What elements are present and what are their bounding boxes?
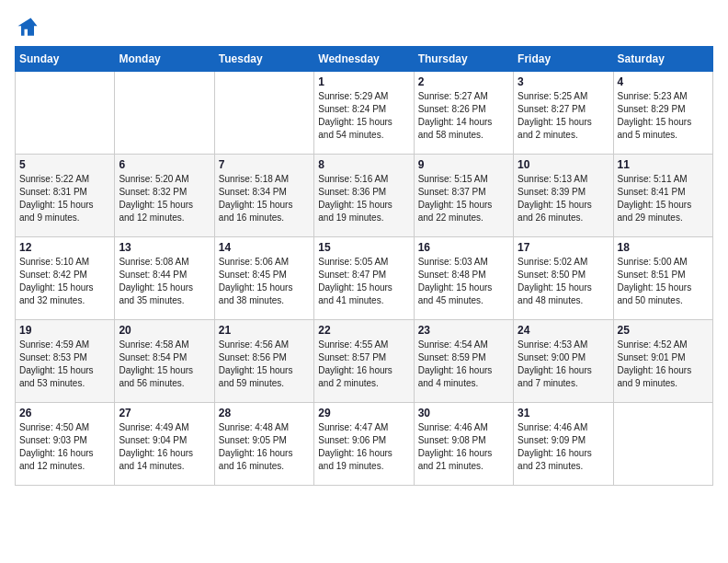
day-number: 9 (418, 158, 509, 171)
weekday-header: Friday (514, 47, 613, 72)
day-number: 29 (318, 407, 409, 419)
calendar-cell: 4Sunrise: 5:23 AMSunset: 8:29 PMDaylight… (613, 72, 712, 155)
calendar-cell: 27Sunrise: 4:49 AMSunset: 9:04 PMDayligh… (115, 403, 214, 486)
logo-icon (15, 15, 40, 40)
calendar-cell: 18Sunrise: 5:00 AMSunset: 8:51 PMDayligh… (613, 237, 712, 320)
day-number: 4 (618, 75, 709, 88)
day-number: 22 (318, 324, 409, 337)
calendar-week-row: 5Sunrise: 5:22 AMSunset: 8:31 PMDaylight… (16, 155, 713, 237)
calendar-cell: 14Sunrise: 5:06 AMSunset: 8:45 PMDayligh… (214, 237, 313, 320)
day-number: 17 (518, 241, 609, 254)
weekday-header: Thursday (414, 47, 513, 72)
calendar-cell: 8Sunrise: 5:16 AMSunset: 8:36 PMDaylight… (314, 155, 414, 237)
calendar-week-row: 12Sunrise: 5:10 AMSunset: 8:42 PMDayligh… (16, 237, 713, 320)
calendar-cell: 13Sunrise: 5:08 AMSunset: 8:44 PMDayligh… (115, 237, 214, 320)
day-number: 24 (518, 324, 609, 337)
day-detail: Sunrise: 5:27 AMSunset: 8:26 PMDaylight:… (418, 90, 509, 142)
day-detail: Sunrise: 5:02 AMSunset: 8:50 PMDaylight:… (518, 256, 609, 307)
calendar-cell (613, 403, 712, 486)
calendar-cell: 24Sunrise: 4:53 AMSunset: 9:00 PMDayligh… (514, 320, 613, 403)
day-number: 25 (618, 324, 709, 337)
calendar-cell: 11Sunrise: 5:11 AMSunset: 8:41 PMDayligh… (613, 155, 712, 237)
day-detail: Sunrise: 5:13 AMSunset: 8:39 PMDaylight:… (518, 173, 609, 224)
day-number: 26 (19, 407, 110, 419)
calendar-cell: 1Sunrise: 5:29 AMSunset: 8:24 PMDaylight… (314, 72, 414, 155)
day-number: 7 (219, 158, 310, 171)
calendar-cell: 28Sunrise: 4:48 AMSunset: 9:05 PMDayligh… (214, 403, 313, 486)
weekday-header: Monday (115, 47, 214, 72)
calendar-week-row: 26Sunrise: 4:50 AMSunset: 9:03 PMDayligh… (16, 403, 713, 486)
svg-marker-0 (18, 18, 38, 36)
day-detail: Sunrise: 4:48 AMSunset: 9:05 PMDaylight:… (219, 421, 310, 473)
day-number: 20 (119, 324, 210, 337)
day-detail: Sunrise: 5:10 AMSunset: 8:42 PMDaylight:… (19, 256, 110, 307)
day-number: 5 (19, 158, 110, 171)
calendar-cell: 10Sunrise: 5:13 AMSunset: 8:39 PMDayligh… (514, 155, 613, 237)
day-detail: Sunrise: 5:22 AMSunset: 8:31 PMDaylight:… (19, 173, 110, 224)
calendar-cell: 12Sunrise: 5:10 AMSunset: 8:42 PMDayligh… (16, 237, 115, 320)
day-detail: Sunrise: 5:29 AMSunset: 8:24 PMDaylight:… (318, 90, 409, 142)
calendar-cell: 6Sunrise: 5:20 AMSunset: 8:32 PMDaylight… (115, 155, 214, 237)
calendar-cell (16, 72, 115, 155)
day-number: 1 (318, 75, 409, 88)
day-detail: Sunrise: 4:54 AMSunset: 8:59 PMDaylight:… (418, 339, 509, 390)
day-number: 12 (19, 241, 110, 254)
day-number: 6 (119, 158, 210, 171)
calendar-cell: 15Sunrise: 5:05 AMSunset: 8:47 PMDayligh… (314, 237, 414, 320)
calendar-cell: 23Sunrise: 4:54 AMSunset: 8:59 PMDayligh… (414, 320, 513, 403)
day-detail: Sunrise: 4:59 AMSunset: 8:53 PMDaylight:… (19, 339, 110, 390)
calendar-cell: 30Sunrise: 4:46 AMSunset: 9:08 PMDayligh… (414, 403, 513, 486)
weekday-header: Wednesday (314, 47, 414, 72)
day-detail: Sunrise: 5:16 AMSunset: 8:36 PMDaylight:… (318, 173, 409, 224)
day-number: 28 (219, 407, 310, 419)
day-number: 10 (518, 158, 609, 171)
day-detail: Sunrise: 4:55 AMSunset: 8:57 PMDaylight:… (318, 339, 409, 390)
day-detail: Sunrise: 4:46 AMSunset: 9:09 PMDaylight:… (518, 421, 609, 473)
day-number: 3 (518, 75, 609, 88)
day-number: 15 (318, 241, 409, 254)
day-detail: Sunrise: 5:15 AMSunset: 8:37 PMDaylight:… (418, 173, 509, 224)
day-detail: Sunrise: 5:18 AMSunset: 8:34 PMDaylight:… (219, 173, 310, 224)
day-number: 18 (618, 241, 709, 254)
calendar-cell: 16Sunrise: 5:03 AMSunset: 8:48 PMDayligh… (414, 237, 513, 320)
day-detail: Sunrise: 5:23 AMSunset: 8:29 PMDaylight:… (618, 90, 709, 142)
day-detail: Sunrise: 4:49 AMSunset: 9:04 PMDaylight:… (119, 421, 210, 473)
logo (15, 15, 44, 40)
calendar-cell: 29Sunrise: 4:47 AMSunset: 9:06 PMDayligh… (314, 403, 414, 486)
day-number: 31 (518, 407, 609, 419)
day-number: 8 (318, 158, 409, 171)
day-number: 2 (418, 75, 509, 88)
calendar-cell: 21Sunrise: 4:56 AMSunset: 8:56 PMDayligh… (214, 320, 313, 403)
day-number: 16 (418, 241, 509, 254)
calendar-cell: 25Sunrise: 4:52 AMSunset: 9:01 PMDayligh… (613, 320, 712, 403)
day-detail: Sunrise: 4:52 AMSunset: 9:01 PMDaylight:… (618, 339, 709, 390)
day-detail: Sunrise: 4:46 AMSunset: 9:08 PMDaylight:… (418, 421, 509, 473)
day-detail: Sunrise: 4:58 AMSunset: 8:54 PMDaylight:… (119, 339, 210, 390)
day-number: 11 (618, 158, 709, 171)
day-detail: Sunrise: 5:06 AMSunset: 8:45 PMDaylight:… (219, 256, 310, 307)
day-detail: Sunrise: 4:53 AMSunset: 9:00 PMDaylight:… (518, 339, 609, 390)
calendar-cell: 22Sunrise: 4:55 AMSunset: 8:57 PMDayligh… (314, 320, 414, 403)
day-detail: Sunrise: 5:20 AMSunset: 8:32 PMDaylight:… (119, 173, 210, 224)
calendar-cell (115, 72, 214, 155)
day-number: 14 (219, 241, 310, 254)
day-number: 21 (219, 324, 310, 337)
calendar-cell: 26Sunrise: 4:50 AMSunset: 9:03 PMDayligh… (16, 403, 115, 486)
day-detail: Sunrise: 5:08 AMSunset: 8:44 PMDaylight:… (119, 256, 210, 307)
calendar-cell: 9Sunrise: 5:15 AMSunset: 8:37 PMDaylight… (414, 155, 513, 237)
weekday-header: Tuesday (214, 47, 313, 72)
calendar-cell: 31Sunrise: 4:46 AMSunset: 9:09 PMDayligh… (514, 403, 613, 486)
day-detail: Sunrise: 5:03 AMSunset: 8:48 PMDaylight:… (418, 256, 509, 307)
day-number: 13 (119, 241, 210, 254)
calendar-week-row: 1Sunrise: 5:29 AMSunset: 8:24 PMDaylight… (16, 72, 713, 155)
weekday-header: Saturday (613, 47, 712, 72)
calendar-cell: 5Sunrise: 5:22 AMSunset: 8:31 PMDaylight… (16, 155, 115, 237)
calendar-table: SundayMondayTuesdayWednesdayThursdayFrid… (15, 46, 713, 486)
day-detail: Sunrise: 5:00 AMSunset: 8:51 PMDaylight:… (618, 256, 709, 307)
day-number: 19 (19, 324, 110, 337)
page-header (15, 15, 713, 40)
calendar-cell: 3Sunrise: 5:25 AMSunset: 8:27 PMDaylight… (514, 72, 613, 155)
calendar-header-row: SundayMondayTuesdayWednesdayThursdayFrid… (16, 47, 713, 72)
day-detail: Sunrise: 5:11 AMSunset: 8:41 PMDaylight:… (618, 173, 709, 224)
day-number: 27 (119, 407, 210, 419)
